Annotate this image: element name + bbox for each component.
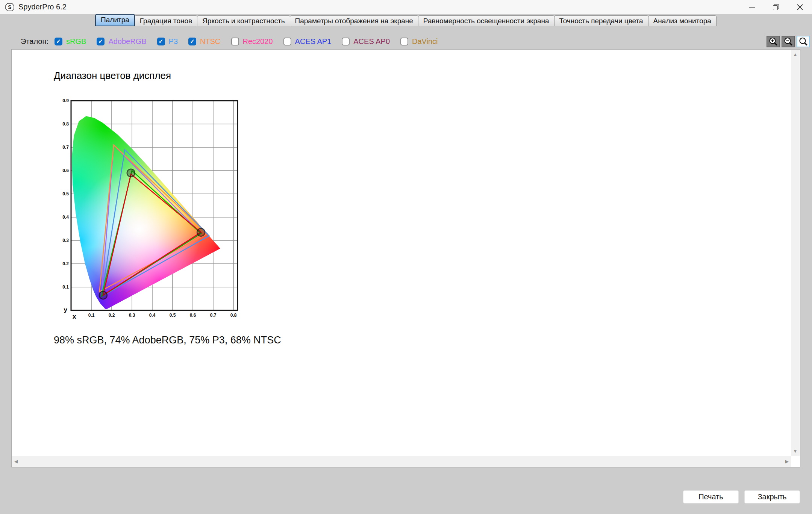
app-window: S SpyderPro 6.2 ПалитраГрадация тоновЯрк… <box>0 0 812 514</box>
svg-text:0.4: 0.4 <box>62 215 69 220</box>
reference-item-label: AdobeRGB <box>108 37 146 46</box>
svg-text:0.6: 0.6 <box>190 313 196 318</box>
print-button[interactable]: Печать <box>683 490 739 503</box>
reference-label: Эталон: <box>21 37 48 46</box>
svg-text:x: x <box>73 313 76 320</box>
tab-color-accuracy[interactable]: Точность передачи цвета <box>554 15 648 26</box>
reference-item-label: Rec2020 <box>243 37 273 46</box>
scroll-right-button[interactable]: ▶ <box>783 457 791 466</box>
horizontal-scrollbar[interactable]: ◀ ▶ <box>12 456 791 467</box>
reference-bar: Эталон: ✓sRGB✓AdobeRGB✓P3✓NTSCRec2020ACE… <box>0 35 812 48</box>
svg-text:0.3: 0.3 <box>62 238 69 243</box>
reference-item-label: ACES AP0 <box>353 37 390 46</box>
tab-strip: ПалитраГрадация тоновЯркость и контрастн… <box>0 15 812 26</box>
tab-brightness-contrast[interactable]: Яркость и контрастность <box>197 15 290 26</box>
checkbox-rec2020[interactable] <box>231 38 239 45</box>
reference-item-srgb: ✓sRGB <box>55 37 86 46</box>
svg-text:0.3: 0.3 <box>129 313 135 318</box>
close-icon <box>797 4 803 11</box>
checkbox-davinci[interactable] <box>400 38 408 45</box>
checkbox-aces-ap1[interactable] <box>283 38 291 45</box>
svg-text:0.1: 0.1 <box>62 284 69 290</box>
svg-text:0.6: 0.6 <box>62 168 69 173</box>
checkbox-srgb[interactable]: ✓ <box>55 38 62 45</box>
reference-item-rec2020: Rec2020 <box>231 37 273 46</box>
scroll-left-button[interactable]: ◀ <box>12 457 20 466</box>
maximize-button[interactable] <box>764 0 788 14</box>
window-controls <box>740 0 812 14</box>
svg-text:0.7: 0.7 <box>62 145 69 150</box>
tab-palette[interactable]: Палитра <box>95 14 135 26</box>
tab-tone-gradation[interactable]: Градация тонов <box>135 15 197 26</box>
svg-text:0.2: 0.2 <box>109 313 115 318</box>
minimize-button[interactable] <box>740 0 764 14</box>
tab-screen-uniformity[interactable]: Равномерность освещенности экрана <box>418 15 554 26</box>
close-dialog-button[interactable]: Закрыть <box>744 490 800 503</box>
svg-text:y: y <box>64 306 68 313</box>
svg-text:0.8: 0.8 <box>62 121 69 127</box>
reference-item-label: NTSC <box>200 37 220 46</box>
zoom-in-button[interactable] <box>767 36 780 47</box>
tab-screen-display-parameters[interactable]: Параметры отображения на экране <box>290 15 418 26</box>
zoom-reset-icon <box>798 37 808 46</box>
scroll-up-button[interactable]: ▲ <box>791 50 800 59</box>
scroll-down-button[interactable]: ▼ <box>791 447 800 456</box>
checkbox-ntsc[interactable]: ✓ <box>188 38 196 45</box>
svg-text:0.4: 0.4 <box>149 313 156 318</box>
content-scroll-area: Диапазон цветов дисплея 0.10.20.30.40.50… <box>12 50 791 456</box>
checkbox-p3[interactable]: ✓ <box>157 38 165 45</box>
zoom-reset-button[interactable] <box>797 36 810 47</box>
reference-item-davinci: DaVinci <box>400 37 438 46</box>
reference-item-ntsc: ✓NTSC <box>188 37 220 46</box>
checkbox-adobergb[interactable]: ✓ <box>97 38 105 45</box>
footer-bar: Печать Закрыть <box>0 467 812 514</box>
reference-item-p3: ✓P3 <box>157 37 178 46</box>
svg-text:0.1: 0.1 <box>88 313 95 318</box>
reference-item-label: DaVinci <box>412 37 438 46</box>
content-panel: Диапазон цветов дисплея 0.10.20.30.40.50… <box>11 49 800 467</box>
svg-text:0.2: 0.2 <box>62 261 69 266</box>
reference-item-label: sRGB <box>66 37 86 46</box>
reference-item-aces-ap0: ACES AP0 <box>342 37 390 46</box>
scrollbar-corner <box>791 456 800 467</box>
svg-text:S: S <box>8 4 11 10</box>
page-title: Диапазон цветов дисплея <box>54 70 791 82</box>
title-bar: S SpyderPro 6.2 <box>0 0 812 14</box>
svg-text:0.7: 0.7 <box>210 313 217 318</box>
svg-text:0.9: 0.9 <box>62 98 69 103</box>
reference-item-label: P3 <box>169 37 178 46</box>
svg-text:0.8: 0.8 <box>230 313 237 318</box>
reference-item-label: ACES AP1 <box>295 37 332 46</box>
restore-icon <box>773 4 779 10</box>
window-title: SpyderPro 6.2 <box>18 3 67 11</box>
zoom-in-icon <box>768 37 778 46</box>
reference-item-adobergb: ✓AdobeRGB <box>97 37 146 46</box>
chromaticity-chart: 0.10.20.30.40.50.60.70.80.10.20.30.40.50… <box>57 94 252 324</box>
minimize-icon <box>749 7 755 8</box>
zoom-out-icon <box>783 37 793 46</box>
reference-items: ✓sRGB✓AdobeRGB✓P3✓NTSCRec2020ACES AP1ACE… <box>55 37 448 46</box>
vertical-scrollbar[interactable]: ▲ ▼ <box>791 50 800 456</box>
zoom-toolbar <box>767 36 810 47</box>
svg-text:0.5: 0.5 <box>170 313 176 318</box>
spyder-logo-icon: S <box>5 2 15 12</box>
reference-item-aces-ap1: ACES AP1 <box>283 37 332 46</box>
close-button[interactable] <box>788 0 812 14</box>
tab-monitor-analysis[interactable]: Анализ монитора <box>648 15 717 26</box>
checkbox-aces-ap0[interactable] <box>342 38 350 45</box>
svg-text:0.5: 0.5 <box>62 191 69 197</box>
zoom-out-button[interactable] <box>782 36 795 47</box>
gamut-coverage-summary: 98% sRGB, 74% AdobeRGB, 75% P3, 68% NTSC <box>54 334 791 346</box>
